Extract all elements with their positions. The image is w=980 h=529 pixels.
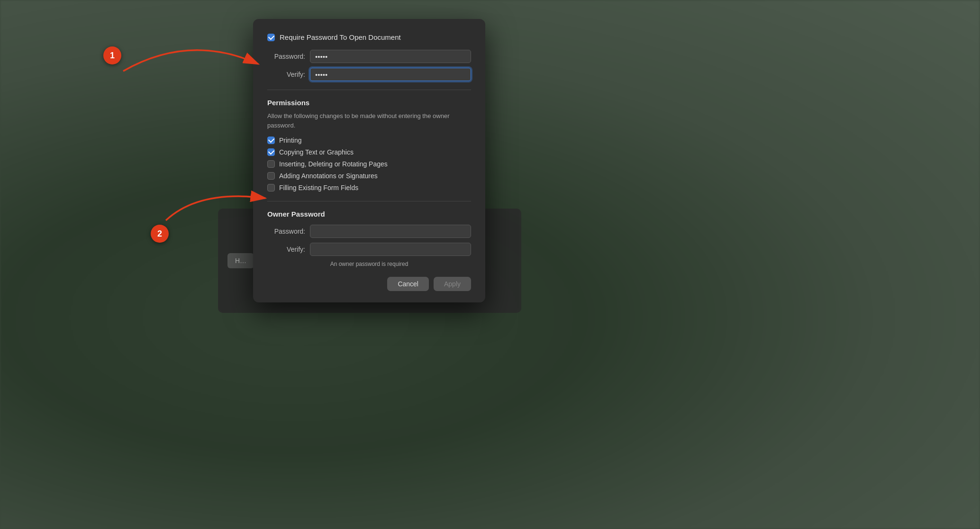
copying-row[interactable]: Copying Text or Graphics: [267, 148, 471, 156]
password-row: Password:: [267, 50, 471, 63]
owner-password-label: Password:: [267, 228, 305, 235]
annotation-2: 2: [151, 225, 169, 243]
owner-password-input[interactable]: [310, 225, 471, 238]
owner-verify-row: Verify:: [267, 243, 471, 256]
apply-button[interactable]: Apply: [434, 277, 471, 291]
verify-label: Verify:: [267, 71, 305, 78]
security-dialog: Require Password To Open Document Passwo…: [253, 19, 485, 302]
divider-2: [267, 201, 471, 201]
form-fields-checkbox[interactable]: [267, 184, 275, 192]
form-fields-label[interactable]: Filling Existing Form Fields: [279, 184, 358, 192]
copying-label[interactable]: Copying Text or Graphics: [279, 148, 354, 156]
permissions-title: Permissions: [267, 99, 471, 107]
owner-verify-input[interactable]: [310, 243, 471, 256]
owner-password-row: Password:: [267, 225, 471, 238]
password-label: Password:: [267, 53, 305, 60]
cancel-button[interactable]: Cancel: [387, 277, 429, 291]
owner-password-title: Owner Password: [267, 210, 471, 218]
inserting-row[interactable]: Inserting, Deleting or Rotating Pages: [267, 160, 471, 168]
annotations-label[interactable]: Adding Annotations or Signatures: [279, 172, 378, 180]
permissions-desc: Allow the following changes to be made w…: [267, 111, 471, 130]
printing-label[interactable]: Printing: [279, 137, 301, 144]
form-fields-row[interactable]: Filling Existing Form Fields: [267, 184, 471, 192]
behind-window-button: H…: [227, 253, 254, 268]
owner-verify-label: Verify:: [267, 246, 305, 253]
printing-row[interactable]: Printing: [267, 137, 471, 144]
inserting-checkbox[interactable]: [267, 160, 275, 168]
copying-checkbox[interactable]: [267, 148, 275, 156]
require-password-row[interactable]: Require Password To Open Document: [267, 33, 471, 41]
inserting-label[interactable]: Inserting, Deleting or Rotating Pages: [279, 160, 388, 168]
annotation-1: 1: [103, 46, 121, 64]
permissions-section: Permissions Allow the following changes …: [267, 99, 471, 192]
button-row: Cancel Apply: [267, 277, 471, 291]
password-input[interactable]: [310, 50, 471, 63]
verify-row: Verify:: [267, 68, 471, 81]
printing-checkbox[interactable]: [267, 137, 275, 144]
annotations-row[interactable]: Adding Annotations or Signatures: [267, 172, 471, 180]
owner-error-text: An owner password is required: [267, 261, 471, 267]
verify-input[interactable]: [310, 68, 471, 81]
require-password-label[interactable]: Require Password To Open Document: [280, 33, 401, 41]
annotations-checkbox[interactable]: [267, 172, 275, 180]
require-password-checkbox[interactable]: [267, 34, 275, 41]
divider-1: [267, 90, 471, 90]
owner-password-section: Owner Password Password: Verify: An owne…: [267, 210, 471, 267]
